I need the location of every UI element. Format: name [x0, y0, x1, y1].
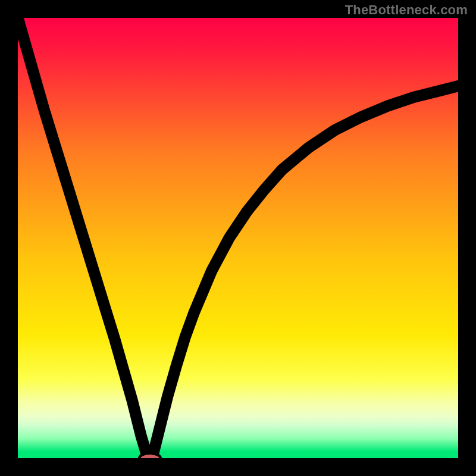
plot-area — [18, 18, 458, 458]
plot-svg — [18, 18, 458, 458]
minimum-marker — [139, 453, 161, 458]
watermark-text: TheBottleneck.com — [345, 2, 468, 18]
chart-frame: TheBottleneck.com — [0, 0, 476, 476]
